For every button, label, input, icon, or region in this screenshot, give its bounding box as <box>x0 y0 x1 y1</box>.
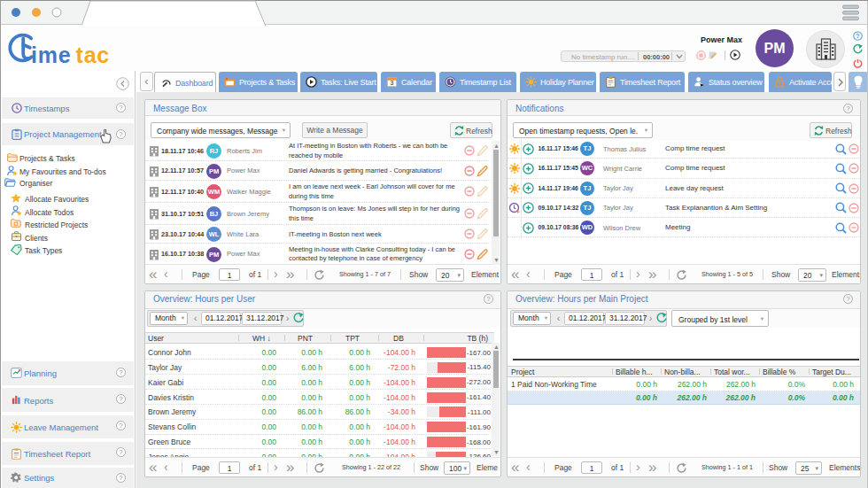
svg-text:ime: ime <box>31 43 71 66</box>
svg-text:?: ? <box>856 32 860 40</box>
svg-text:3: 3 <box>391 79 394 87</box>
svg-text:tac: tac <box>76 43 111 66</box>
